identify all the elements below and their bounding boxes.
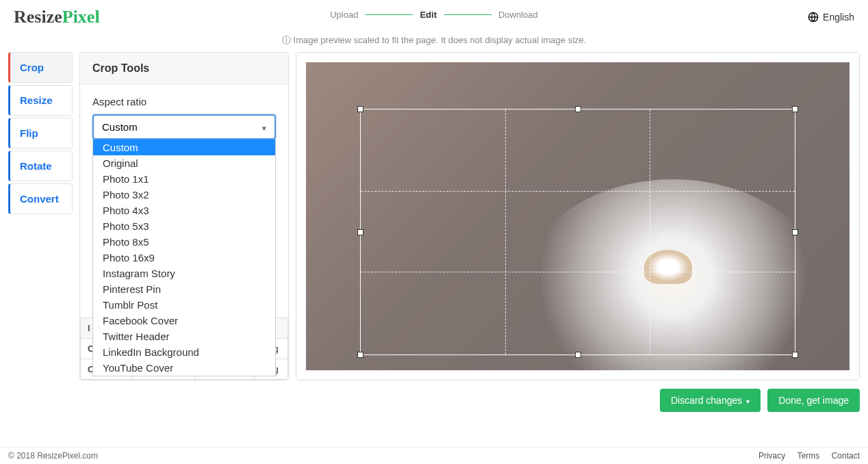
crop-handle-br[interactable] <box>792 352 798 358</box>
dropdown-option-twitter[interactable]: Twitter Header <box>93 328 275 344</box>
step-divider <box>365 14 413 15</box>
dropdown-option-instagram[interactable]: Instagram Story <box>93 266 275 281</box>
info-icon <box>282 35 294 45</box>
dropdown-option-facebook[interactable]: Facebook Cover <box>93 313 275 328</box>
logo-part1: Resize <box>14 7 62 27</box>
dropdown-option-youtube[interactable]: YouTube Cover <box>93 360 275 376</box>
select-value: Custom <box>102 121 138 133</box>
dropdown-option-8x5[interactable]: Photo 8x5 <box>93 234 275 250</box>
progress-steps: Upload Edit Download <box>330 10 538 20</box>
terms-link[interactable]: Terms <box>797 451 820 461</box>
footer-links: Privacy Terms Contact <box>749 451 860 461</box>
main-content: Crop Resize Flip Rotate Convert Crop Too… <box>0 52 868 381</box>
dropdown-option-1x1[interactable]: Photo 1x1 <box>93 171 275 187</box>
chevron-down-icon <box>742 395 750 406</box>
crop-selection[interactable] <box>360 109 795 355</box>
crop-handle-tm[interactable] <box>575 106 581 112</box>
dropdown-option-custom[interactable]: Custom <box>93 140 275 155</box>
done-button[interactable]: Done, get image <box>767 389 860 412</box>
preview-note: Image preview scaled to fit the page. It… <box>0 31 868 52</box>
discard-button[interactable]: Discard changes <box>660 389 761 412</box>
crop-handle-bl[interactable] <box>357 352 363 358</box>
sidebar-item-resize[interactable]: Resize <box>8 85 73 116</box>
sidebar: Crop Resize Flip Rotate Convert <box>8 52 73 381</box>
dropdown-option-5x3[interactable]: Photo 5x3 <box>93 218 275 234</box>
dropdown-option-pinterest[interactable]: Pinterest Pin <box>93 281 275 297</box>
aspect-ratio-select[interactable]: Custom <box>92 114 276 140</box>
language-selector[interactable]: English <box>808 12 854 23</box>
step-divider <box>444 14 492 15</box>
footer: © 2018 ResizePixel.com Privacy Terms Con… <box>0 447 868 464</box>
preview-panel <box>296 52 860 381</box>
crop-handle-tl[interactable] <box>357 106 363 112</box>
logo[interactable]: ResizePixel <box>14 7 100 27</box>
language-label: English <box>823 12 854 23</box>
crop-handle-tr[interactable] <box>792 106 798 112</box>
sidebar-item-flip[interactable]: Flip <box>8 118 73 149</box>
action-bar: Discard changes Done, get image <box>0 381 868 420</box>
contact-link[interactable]: Contact <box>832 451 860 461</box>
logo-part2: Pixel <box>62 7 100 27</box>
copyright: © 2018 ResizePixel.com <box>8 451 98 461</box>
crop-handle-bm[interactable] <box>575 352 581 358</box>
tools-panel: Crop Tools Aspect ratio Custom Custom Or… <box>79 52 289 381</box>
sidebar-item-convert[interactable]: Convert <box>8 183 73 214</box>
tools-body: Aspect ratio Custom Custom Original Phot… <box>80 85 288 318</box>
image-canvas[interactable] <box>306 62 850 370</box>
aspect-ratio-select-wrap: Custom Custom Original Photo 1x1 Photo 3… <box>92 114 276 140</box>
dropdown-option-3x2[interactable]: Photo 3x2 <box>93 187 275 203</box>
aspect-ratio-dropdown: Custom Original Photo 1x1 Photo 3x2 Phot… <box>92 140 276 376</box>
tools-title: Crop Tools <box>80 53 288 85</box>
crop-handle-mr[interactable] <box>792 229 798 235</box>
dropdown-option-tumblr[interactable]: Tumblr Post <box>93 297 275 313</box>
step-upload[interactable]: Upload <box>330 10 358 20</box>
dropdown-option-16x9[interactable]: Photo 16x9 <box>93 250 275 266</box>
sidebar-item-rotate[interactable]: Rotate <box>8 151 73 181</box>
dropdown-option-original[interactable]: Original <box>93 155 275 171</box>
chevron-down-icon <box>262 121 266 133</box>
aspect-ratio-label: Aspect ratio <box>92 96 276 107</box>
header: ResizePixel Upload Edit Download English <box>0 0 868 31</box>
privacy-link[interactable]: Privacy <box>758 451 785 461</box>
dropdown-option-linkedin[interactable]: LinkedIn Background <box>93 344 275 360</box>
crop-handle-ml[interactable] <box>357 229 363 235</box>
dropdown-option-4x3[interactable]: Photo 4x3 <box>93 203 275 218</box>
globe-icon <box>808 12 819 23</box>
step-download[interactable]: Download <box>498 10 538 20</box>
step-edit[interactable]: Edit <box>420 10 437 20</box>
sidebar-item-crop[interactable]: Crop <box>8 52 73 83</box>
